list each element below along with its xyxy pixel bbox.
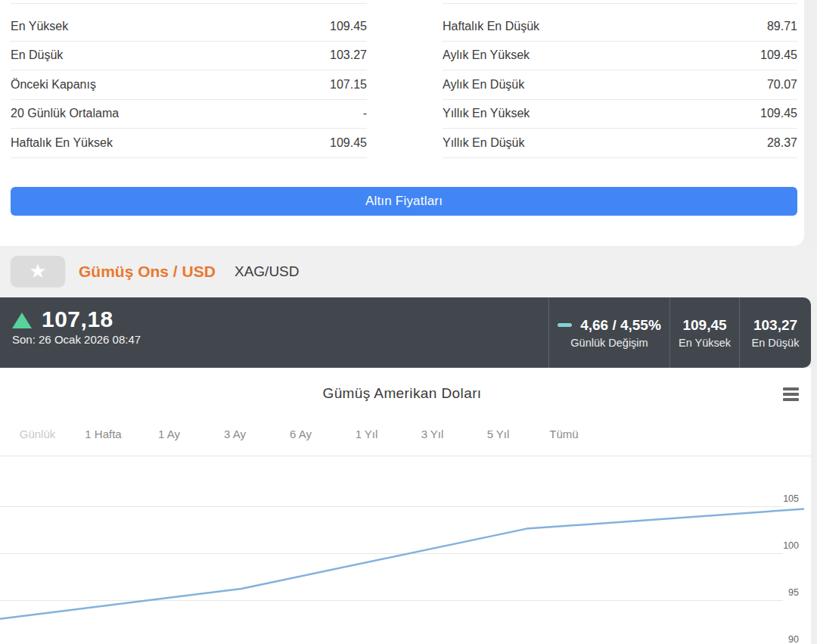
hamburger-icon [783, 398, 799, 401]
quote-price-block: 107,18 Son: 26 Ocak 2026 08:47 [12, 306, 141, 346]
range-tab-1-hafta[interactable]: 1 Hafta [70, 425, 136, 443]
stat-value: 109.45 [760, 48, 797, 62]
favorite-star-button[interactable]: ★ [11, 256, 65, 287]
table-row: Aylık En Düşük 70.07 [443, 70, 797, 100]
up-triangle-icon [12, 313, 32, 328]
day-low-label: En Düşük [752, 337, 800, 349]
range-tab-bar: Günlük 1 Hafta 1 Ay 3 Ay 6 Ay 1 Yıl 3 Yı… [5, 425, 597, 443]
stat-label: Haftalık En Yüksek [11, 136, 113, 150]
stat-value: 109.45 [330, 136, 367, 150]
current-price: 107,18 [42, 306, 113, 332]
stat-label: Haftalık En Düşük [443, 20, 539, 33]
price-line [0, 509, 804, 619]
chart-menu-button[interactable] [782, 387, 800, 402]
day-high-cell: 109,45 En Yüksek [669, 297, 739, 368]
table-row: En Yüksek 109.45 [11, 12, 367, 42]
hamburger-icon [783, 393, 799, 396]
stat-value: 89.71 [767, 20, 797, 33]
daily-change-value: 4,66 / 4,55% [580, 317, 661, 334]
price-line-chart: 9095100105 [0, 456, 811, 644]
stat-value: 109.45 [760, 107, 797, 120]
quote-bar: 107,18 Son: 26 Ocak 2026 08:47 4,66 / 4,… [0, 297, 811, 368]
chart-card: Gümüş Amerikan Doları Günlük 1 Hafta 1 A… [0, 368, 811, 644]
gold-prices-button[interactable]: Altın Fiyatları [11, 187, 797, 216]
stat-label: Aylık En Düşük [443, 78, 524, 92]
last-update-timestamp: Son: 26 Ocak 2026 08:47 [12, 333, 141, 346]
stat-value: 70.07 [767, 78, 797, 92]
day-high-value: 109,45 [682, 317, 726, 334]
table-row: Haftalık En Düşük 89.71 [443, 12, 797, 42]
range-tab-tumu[interactable]: Tümü [531, 425, 597, 443]
stat-value: - [363, 107, 367, 120]
day-low-value: 103,27 [753, 317, 797, 334]
hamburger-icon [783, 387, 799, 390]
instrument-code: XAG/USD [235, 263, 300, 280]
stat-value: 109.45 [330, 20, 367, 33]
stat-label: 20 Günlük Ortalama [11, 107, 119, 120]
table-row: Yıllık En Yüksek 109.45 [443, 100, 797, 129]
stat-value: 103.27 [330, 48, 367, 62]
stat-value: 28.37 [767, 136, 797, 150]
day-high-label: En Yüksek [679, 337, 731, 349]
daily-change-cell: 4,66 / 4,55% Günlük Değişim [548, 297, 669, 368]
range-tab-1-ay[interactable]: 1 Ay [136, 425, 202, 443]
table-row: Önceki Kapanış 107.15 [11, 70, 367, 100]
instrument-name: Gümüş Ons / USD [79, 263, 216, 281]
table-row: Haftalık En Yüksek 109.45 [11, 129, 367, 158]
stat-value: 107.15 [330, 78, 367, 92]
range-tab-5-yil[interactable]: 5 Yıl [465, 425, 531, 443]
stats-column-right: Haftalık En Düşük 89.71 Aylık En Yüksek … [443, 3, 797, 158]
table-row: Aylık En Yüksek 109.45 [443, 42, 797, 71]
stat-label: En Yüksek [11, 20, 68, 33]
stat-label: Yıllık En Düşük [443, 136, 524, 150]
stat-label: Önceki Kapanış [11, 78, 96, 92]
daily-change-label: Günlük Değişim [570, 337, 648, 349]
stats-card: En Yüksek 109.45 En Düşük 103.27 Önceki … [0, 0, 804, 246]
table-row: En Düşük 103.27 [11, 42, 367, 71]
stats-column-left: En Yüksek 109.45 En Düşük 103.27 Önceki … [11, 3, 367, 158]
chart-title: Gümüş Amerikan Doları [0, 385, 804, 402]
stat-label: Yıllık En Yüksek [443, 107, 530, 120]
stat-label: En Düşük [11, 48, 63, 62]
flat-dash-icon [558, 323, 572, 327]
star-icon: ★ [29, 260, 46, 282]
price-series-svg [0, 456, 811, 644]
stat-label: Aylık En Yüksek [443, 48, 530, 62]
table-row: Yıllık En Düşük 28.37 [443, 129, 797, 158]
range-tab-3-ay[interactable]: 3 Ay [202, 425, 268, 443]
table-row: 20 Günlük Ortalama - [11, 100, 367, 129]
range-tab-3-yil[interactable]: 3 Yıl [399, 425, 465, 443]
instrument-header: ★ Gümüş Ons / USD XAG/USD [0, 246, 817, 297]
range-tab-gunluk[interactable]: Günlük [5, 425, 70, 443]
range-tab-6-ay[interactable]: 6 Ay [268, 425, 334, 443]
range-tab-1-yil[interactable]: 1 Yıl [334, 425, 399, 443]
day-low-cell: 103,27 En Düşük [739, 297, 811, 368]
